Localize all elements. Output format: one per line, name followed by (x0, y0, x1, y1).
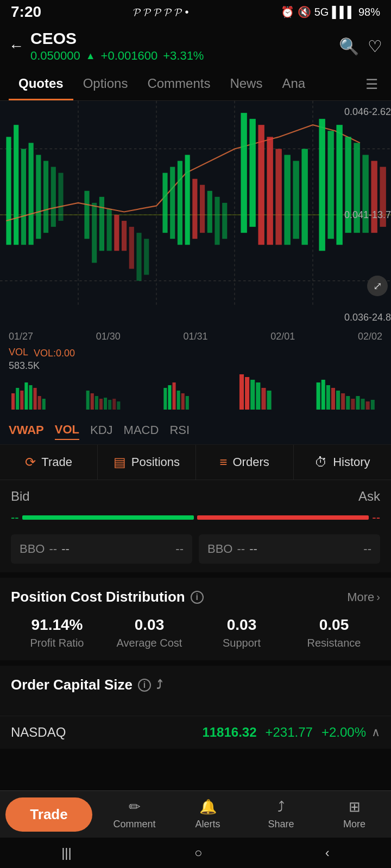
share-nav-item[interactable]: ⤴ Share (244, 791, 318, 838)
svg-rect-30 (200, 185, 205, 233)
recent-apps-button[interactable]: ||| (61, 845, 72, 860)
svg-rect-85 (351, 399, 355, 410)
position-info-icon[interactable]: i (191, 591, 204, 604)
svg-rect-64 (112, 399, 116, 410)
more-link[interactable]: More › (347, 590, 380, 604)
indicator-rsi[interactable]: RSI (169, 421, 190, 439)
svg-rect-35 (249, 119, 255, 227)
orders-tab-label: Orders (233, 455, 269, 469)
x-label-4: 02/02 (358, 331, 382, 342)
back-button[interactable]: ← (9, 37, 24, 55)
bid-ask-headers: Bid Ask (0, 480, 391, 508)
volume-chart (9, 372, 382, 410)
order-capital-section: Order Capital Size i ⤴ (0, 666, 391, 715)
share-icon[interactable]: ⤴ (156, 678, 162, 692)
tab-news[interactable]: News (220, 68, 272, 100)
bid-dash: -- (11, 510, 19, 525)
more-label: More (347, 590, 374, 604)
bid-progress (22, 515, 194, 520)
more-nav-item[interactable]: ⊞ More (318, 791, 391, 838)
nav-more-button[interactable]: ☰ (361, 68, 382, 100)
indicator-vwap[interactable]: VWAP (9, 421, 44, 439)
tab-comments[interactable]: Comments (137, 68, 220, 100)
svg-rect-9 (14, 125, 18, 245)
header-actions: 🔍 ♡ (339, 37, 382, 56)
history-tab[interactable]: ⏱ History (294, 445, 391, 480)
tab-analysis[interactable]: Ana (272, 68, 315, 100)
svg-rect-75 (256, 382, 260, 410)
history-tab-label: History (333, 455, 370, 469)
svg-rect-63 (108, 400, 111, 410)
header-title-block: CEOS 0.050000 ▲ +0.001600 +3.31% (30, 29, 332, 63)
nasdaq-change: +231.77 (266, 725, 313, 740)
svg-rect-50 (11, 393, 15, 410)
tab-quotes[interactable]: Quotes (9, 68, 73, 100)
trade-tab[interactable]: ⟳ Trade (0, 445, 98, 480)
chart-zoom-button[interactable]: ⤢ (367, 276, 388, 296)
bid-bbo-value: -- (61, 542, 70, 556)
positions-tab[interactable]: ▤ Positions (98, 445, 195, 480)
svg-rect-54 (29, 385, 32, 410)
y-label-3: 0.036 (344, 312, 369, 323)
svg-rect-28 (185, 155, 190, 245)
avg-cost-value: 0.03 (103, 616, 195, 634)
vol-label: VOL (9, 347, 28, 358)
svg-rect-25 (162, 173, 167, 233)
nasdaq-row[interactable]: NASDAQ 11816.32 +231.77 +2.00% ∧ (0, 716, 391, 749)
svg-rect-8 (6, 137, 11, 245)
home-button[interactable]: ○ (194, 845, 203, 860)
ask-bbo-label: BBO (207, 542, 232, 556)
pinterest-icon-1: 𝓟 (133, 6, 140, 18)
svg-rect-32 (215, 197, 219, 245)
favorite-button[interactable]: ♡ (368, 37, 382, 56)
svg-rect-68 (173, 382, 176, 410)
indicator-vol[interactable]: VOL (55, 420, 79, 440)
price-up-icon: ▲ (86, 50, 96, 62)
svg-rect-71 (186, 396, 189, 410)
order-info-icon[interactable]: i (138, 679, 151, 692)
share-nav-icon: ⤴ (278, 799, 285, 815)
vol-amount: 583.5K (9, 360, 40, 371)
indicator-macd[interactable]: MACD (124, 421, 159, 439)
system-nav: ||| ○ ‹ (0, 838, 391, 868)
svg-rect-83 (341, 393, 345, 410)
tab-options[interactable]: Options (73, 68, 138, 100)
alerts-nav-item[interactable]: 🔔 Alerts (171, 791, 244, 838)
y-pct-1: -2.62% (369, 106, 391, 118)
svg-rect-43 (327, 131, 333, 239)
positions-icon: ▤ (113, 455, 126, 470)
x-label-3: 02/01 (270, 331, 295, 342)
svg-rect-59 (91, 393, 94, 410)
volume-section: VOL VOL:0.00 583.5K (0, 344, 391, 416)
nasdaq-pct: +2.00% (321, 725, 366, 740)
comment-nav-item[interactable]: ✏ Comment (98, 791, 171, 838)
back-system-button[interactable]: ‹ (325, 845, 330, 860)
svg-rect-53 (24, 382, 28, 410)
svg-rect-89 (371, 400, 375, 410)
support-value: 0.03 (195, 616, 288, 634)
ask-progress (197, 515, 369, 520)
status-right: ⏰ 🔇 5G ▌▌▌ 98% (281, 5, 380, 18)
indicator-kdj[interactable]: KDJ (90, 421, 113, 439)
y-label-2: 0.041 (344, 209, 369, 221)
trade-tab-label: Trade (41, 455, 72, 469)
svg-rect-19 (107, 209, 112, 251)
trade-bar: ⟳ Trade ▤ Positions ≡ Orders ⏱ History (0, 445, 391, 480)
svg-rect-77 (267, 391, 272, 410)
current-price: 0.050000 (30, 49, 80, 63)
pinterest-icon-4: 𝓟 (164, 6, 171, 18)
svg-rect-61 (99, 399, 103, 410)
search-button[interactable]: 🔍 (339, 37, 359, 56)
nasdaq-label: NASDAQ (11, 725, 202, 740)
svg-rect-20 (114, 215, 119, 251)
comment-nav-label: Comment (113, 819, 155, 830)
svg-rect-17 (92, 203, 97, 263)
bid-bbo-item: BBO -- -- -- (11, 534, 192, 564)
trade-button[interactable]: Trade (5, 797, 92, 832)
pinterest-icon-2: 𝓟 (143, 6, 150, 18)
ask-bbo-item: BBO -- -- -- (199, 534, 380, 564)
svg-rect-11 (29, 143, 34, 245)
orders-tab[interactable]: ≡ Orders (196, 445, 294, 480)
avg-cost-label: Average Cost (103, 637, 195, 649)
chart-x-labels: 01/27 01/30 01/31 02/01 02/02 (0, 329, 391, 344)
